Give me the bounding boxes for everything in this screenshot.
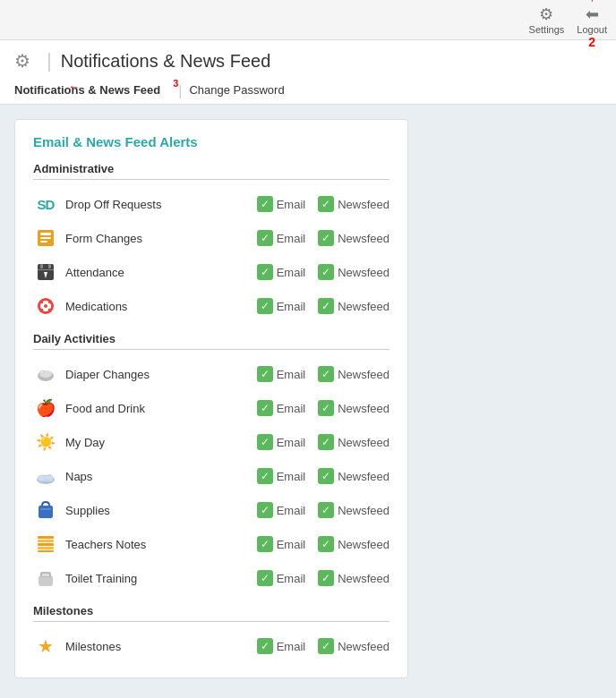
tab-notifications-label: Notifications & News Feed: [14, 83, 160, 97]
main-content: Email & News Feed Alerts Administrative …: [0, 105, 616, 693]
toilet-checkboxes: ✓ Email ✓ Newsfeed: [257, 570, 389, 586]
logout-nav-item[interactable]: ↑ ⬅ Logout 2: [577, 4, 607, 35]
svg-rect-6: [48, 264, 51, 268]
svg-rect-2: [40, 237, 51, 239]
svg-rect-26: [38, 550, 54, 552]
annotation-2: 2: [588, 35, 595, 49]
arrow-3: ←: [68, 80, 80, 93]
row-attendance: Attendance ✓ Email ✓ Newsfeed: [33, 255, 389, 289]
row-my-day: ☀️ My Day ✓ Email ✓ Newsfeed: [33, 425, 389, 459]
row-milestones: ★ Milestones ✓ Email ✓ Newsfeed: [33, 629, 389, 663]
row-toilet-training: Toilet Training ✓ Email ✓ Newsfeed: [33, 561, 389, 595]
logout-nav-label: Logout: [577, 24, 607, 35]
row-supplies: Supplies ✓ Email ✓ Newsfeed: [33, 493, 389, 527]
toilet-newsfeed[interactable]: ✓ Newsfeed: [318, 570, 389, 586]
toilet-label: Toilet Training: [65, 572, 257, 585]
attendance-checkboxes: ✓ Email ✓ Newsfeed: [257, 264, 389, 280]
supplies-newsfeed[interactable]: ✓ Newsfeed: [318, 502, 389, 518]
milestones-email[interactable]: ✓ Email: [257, 638, 306, 654]
svg-point-15: [40, 370, 44, 374]
settings-nav-label: Settings: [529, 24, 565, 35]
form-changes-email[interactable]: ✓ Email: [257, 230, 306, 246]
teachers-checkboxes: ✓ Email ✓ Newsfeed: [257, 536, 389, 552]
myday-checkboxes: ✓ Email ✓ Newsfeed: [257, 434, 389, 450]
svg-rect-19: [38, 476, 53, 481]
tab-divider: |: [178, 83, 182, 99]
row-drop-off: SD Drop Off Requests ✓ Email ✓ Newsfeed: [33, 187, 389, 221]
attendance-newsfeed[interactable]: ✓ Newsfeed: [318, 264, 389, 280]
alerts-card: Email & News Feed Alerts Administrative …: [14, 119, 408, 678]
svg-rect-22: [38, 536, 54, 539]
medications-email[interactable]: ✓ Email: [257, 298, 306, 314]
naps-checkboxes: ✓ Email ✓ Newsfeed: [257, 468, 389, 484]
myday-email[interactable]: ✓ Email: [257, 434, 306, 450]
svg-point-12: [44, 304, 47, 308]
myday-icon: ☀️: [33, 430, 58, 455]
teachers-label: Teachers Notes: [65, 538, 257, 551]
medications-icon: [33, 294, 58, 319]
top-nav: ⚙ Settings ↑ ⬅ Logout 2: [0, 0, 616, 40]
tab-change-password[interactable]: Change Password: [189, 78, 295, 104]
svg-rect-5: [40, 264, 43, 268]
toilet-icon: [33, 566, 58, 591]
naps-label: Naps: [65, 470, 257, 483]
row-form-changes: Form Changes ✓ Email ✓ Newsfeed: [33, 221, 389, 255]
title-separator: |: [47, 49, 52, 72]
teachers-newsfeed[interactable]: ✓ Newsfeed: [318, 536, 389, 552]
settings-nav-item[interactable]: ⚙ Settings: [529, 4, 565, 35]
drop-off-newsfeed[interactable]: ✓ Newsfeed: [318, 196, 389, 212]
row-diaper-changes: Diaper Changes ✓ Email ✓ Newsfeed: [33, 357, 389, 391]
svg-rect-23: [38, 540, 54, 542]
page-header: ⚙ | Notifications & News Feed Notificati…: [0, 40, 616, 105]
page-title: Notifications & News Feed: [61, 51, 271, 72]
medications-label: Medications: [65, 300, 257, 313]
svg-rect-3: [40, 241, 47, 243]
naps-email[interactable]: ✓ Email: [257, 468, 306, 484]
tab-notifications[interactable]: Notifications & News Feed 3 ←: [14, 78, 171, 104]
toilet-email[interactable]: ✓ Email: [257, 570, 306, 586]
medications-checkboxes: ✓ Email ✓ Newsfeed: [257, 298, 389, 314]
supplies-checkboxes: ✓ Email ✓ Newsfeed: [257, 502, 389, 518]
row-teachers-notes: Teachers Notes ✓ Email ✓ Newsfeed: [33, 527, 389, 561]
tab-change-password-label: Change Password: [189, 83, 284, 97]
form-changes-newsfeed[interactable]: ✓ Newsfeed: [318, 230, 389, 246]
medications-newsfeed[interactable]: ✓ Newsfeed: [318, 298, 389, 314]
annotation-arrow-2: ↑: [587, 0, 596, 5]
svg-rect-25: [38, 547, 54, 549]
newsfeed-label: Newsfeed: [338, 198, 389, 211]
myday-label: My Day: [65, 436, 257, 449]
svg-rect-21: [40, 508, 51, 510]
food-icon: 🍎: [33, 396, 58, 421]
diaper-newsfeed[interactable]: ✓ Newsfeed: [318, 366, 389, 382]
drop-off-label: Drop Off Requests: [65, 198, 257, 211]
milestones-checkboxes: ✓ Email ✓ Newsfeed: [257, 638, 389, 654]
food-newsfeed[interactable]: ✓ Newsfeed: [318, 400, 389, 416]
form-changes-icon: [33, 226, 58, 251]
row-food-drink: 🍎 Food and Drink ✓ Email ✓ Newsfeed: [33, 391, 389, 425]
supplies-icon: [33, 498, 58, 523]
drop-off-email[interactable]: ✓ Email: [257, 196, 306, 212]
svg-rect-29: [42, 574, 49, 576]
teachers-email[interactable]: ✓ Email: [257, 536, 306, 552]
logout-icon: ⬅: [586, 4, 599, 24]
category-milestones: Milestones: [33, 604, 389, 617]
teachers-icon: [33, 532, 58, 557]
food-label: Food and Drink: [65, 402, 257, 415]
admin-divider: [33, 179, 389, 180]
food-checkboxes: ✓ Email ✓ Newsfeed: [257, 400, 389, 416]
diaper-email[interactable]: ✓ Email: [257, 366, 306, 382]
attendance-email[interactable]: ✓ Email: [257, 264, 306, 280]
milestones-newsfeed[interactable]: ✓ Newsfeed: [318, 638, 389, 654]
food-email[interactable]: ✓ Email: [257, 400, 306, 416]
sub-tabs: Notifications & News Feed 3 ← | Change P…: [14, 78, 602, 104]
attendance-label: Attendance: [65, 266, 257, 279]
myday-newsfeed[interactable]: ✓ Newsfeed: [318, 434, 389, 450]
drop-off-email-check: ✓: [257, 196, 273, 212]
naps-newsfeed[interactable]: ✓ Newsfeed: [318, 468, 389, 484]
supplies-email[interactable]: ✓ Email: [257, 502, 306, 518]
form-changes-label: Form Changes: [65, 232, 257, 245]
diaper-checkboxes: ✓ Email ✓ Newsfeed: [257, 366, 389, 382]
annotation-3: 3: [173, 78, 178, 89]
drop-off-icon: SD: [33, 192, 58, 217]
header-gear-icon: ⚙: [14, 50, 30, 72]
